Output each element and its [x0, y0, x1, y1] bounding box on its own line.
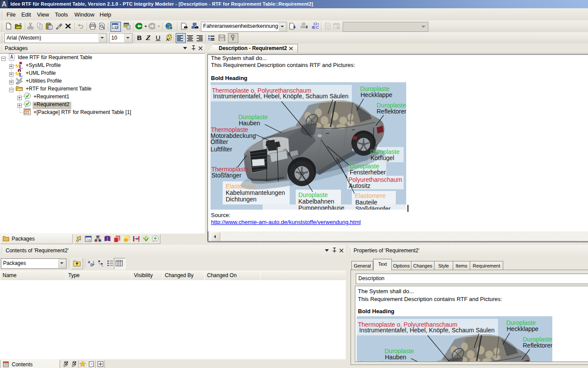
svg-text:L: L [19, 64, 23, 69]
svg-text:D: D [90, 263, 94, 267]
svg-text:L: L [19, 72, 23, 77]
svg-text:A: A [166, 37, 169, 41]
svg-text:<>: <> [124, 238, 129, 242]
